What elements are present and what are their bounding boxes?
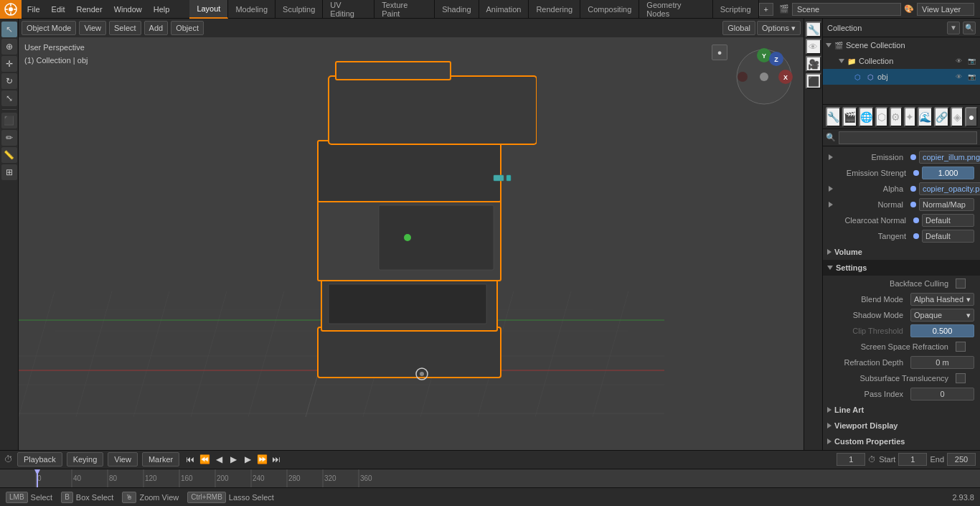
prop-physics-button[interactable]: 🌊	[918, 107, 933, 127]
keying-menu[interactable]: Keying	[67, 452, 104, 467]
prev-keyframe-button[interactable]: ◀	[212, 453, 225, 466]
settings-section-header[interactable]: Settings	[823, 260, 980, 276]
menu-window[interactable]: Window	[108, 0, 148, 18]
emission-strength-value[interactable]: 1.000	[922, 167, 974, 179]
outliner-row-scene-collection[interactable]: 🎬 Scene Collection	[823, 37, 980, 53]
sidebar-camera[interactable]: 🎥	[806, 56, 821, 72]
tab-geometry-nodes[interactable]: Geometry Nodes	[639, 0, 712, 19]
next-frame-button[interactable]: ⏩	[255, 453, 268, 466]
outliner-filter-button[interactable]: ▼	[947, 22, 960, 34]
tangent-value[interactable]: Default	[922, 230, 974, 243]
viewport-transform-selector[interactable]: Global	[722, 21, 755, 35]
prev-frame-button[interactable]: ⏪	[198, 453, 211, 466]
tab-modeling[interactable]: Modeling	[228, 0, 275, 19]
play-button[interactable]: ▶	[227, 453, 240, 466]
tab-rendering[interactable]: Rendering	[529, 0, 580, 19]
view-menu[interactable]: View	[108, 452, 138, 467]
prop-world-button[interactable]: 🌐	[859, 107, 874, 127]
navigation-gizmo[interactable]: X Y Z	[732, 44, 796, 109]
sidebar-active-tool[interactable]: 🔧	[806, 22, 821, 37]
annotate-tool-button[interactable]: ✏	[1, 130, 17, 146]
cursor-tool-button[interactable]: ⊕	[1, 39, 17, 55]
playback-menu[interactable]: Playback	[17, 452, 62, 467]
tab-compositing[interactable]: Compositing	[580, 0, 639, 19]
tab-uv-editing[interactable]: UV Editing	[323, 0, 374, 19]
rotate-tool-button[interactable]: ↻	[1, 73, 17, 89]
scale-tool-button[interactable]: ⤡	[1, 90, 17, 106]
alpha-expand-icon[interactable]	[829, 186, 833, 192]
normal-expand-icon[interactable]	[829, 202, 833, 207]
refraction-depth-value[interactable]: 0 m	[910, 356, 974, 369]
tangent-row: Tangent Default	[823, 228, 980, 244]
prop-object-button[interactable]: ⬡	[875, 107, 888, 127]
emission-expand-icon[interactable]	[829, 154, 833, 160]
sidebar-unknown[interactable]: ⬛	[806, 73, 821, 89]
normal-value[interactable]: Normal/Map	[919, 198, 974, 211]
prop-modifiers-button[interactable]: ⚙	[890, 107, 903, 127]
outliner-search-button[interactable]: 🔍	[963, 22, 976, 34]
add-object-button[interactable]: ⊞	[1, 164, 17, 180]
menu-file[interactable]: File	[22, 0, 46, 18]
marker-menu[interactable]: Marker	[142, 452, 179, 467]
alpha-value[interactable]: copier_opacity.png	[919, 182, 980, 195]
properties-search-input[interactable]	[839, 131, 977, 144]
tab-scripting[interactable]: Scripting	[713, 0, 759, 19]
view-layer-input[interactable]	[917, 3, 974, 16]
select-tool-button[interactable]: ↖	[1, 22, 17, 37]
prop-active-tool-button[interactable]: 🔧	[826, 107, 841, 127]
end-frame-input[interactable]	[947, 453, 976, 466]
viewport-add-menu[interactable]: Add	[144, 21, 169, 35]
obj-restrict-viewport-icon[interactable]: 👁	[953, 71, 964, 83]
tab-sculpting[interactable]: Sculpting	[275, 0, 323, 19]
viewport-options[interactable]: Options ▾	[757, 21, 801, 35]
clearcoat-normal-value[interactable]: Default	[922, 214, 974, 227]
subsurface-translucency-checkbox[interactable]	[956, 373, 966, 383]
volume-section-header[interactable]: Volume	[823, 244, 980, 260]
rendered-mode-button[interactable]: ●	[712, 44, 727, 60]
start-frame-input[interactable]	[898, 453, 927, 466]
tab-animation[interactable]: Animation	[479, 0, 529, 19]
prop-scene-button[interactable]: 🎬	[842, 107, 857, 127]
menu-edit[interactable]: Edit	[46, 0, 71, 18]
viewport-select-menu[interactable]: Select	[109, 21, 141, 35]
next-keyframe-button[interactable]: ▶	[241, 453, 254, 466]
viewport-view-menu[interactable]: View	[79, 21, 106, 35]
screen-space-refraction-checkbox[interactable]	[956, 342, 966, 352]
obj-restrict-render-icon[interactable]: 📷	[966, 71, 977, 83]
menu-help[interactable]: Help	[148, 0, 176, 18]
menu-render[interactable]: Render	[71, 0, 108, 18]
outliner-row-obj[interactable]: ⬡ ⬡ obj 👁 📷	[823, 69, 980, 85]
viewport-display-section-header[interactable]: Viewport Display	[823, 418, 980, 434]
measure-tool-button[interactable]: 📏	[1, 147, 17, 163]
prop-data-button[interactable]: ◈	[951, 107, 963, 127]
custom-properties-section-header[interactable]: Custom Properties	[823, 434, 980, 449]
sidebar-view[interactable]: 👁	[806, 39, 821, 55]
tab-texture-paint[interactable]: Texture Paint	[374, 0, 435, 19]
transform-tool-button[interactable]: ⬛	[1, 113, 17, 128]
prop-constraints-button[interactable]: 🔗	[934, 107, 949, 127]
3d-viewport[interactable]: Object Mode View Select Add Object Globa…	[19, 19, 804, 450]
prop-particles-button[interactable]: ✦	[904, 107, 917, 127]
pass-index-value[interactable]: 0	[910, 388, 974, 400]
clip-threshold-value[interactable]: 0.500	[910, 324, 974, 337]
backface-culling-checkbox[interactable]	[956, 278, 966, 289]
timeline-track[interactable]: 0 40 80 120 160 200 240 280 320 360	[0, 469, 980, 487]
tab-layout[interactable]: Layout	[189, 0, 228, 19]
jump-end-button[interactable]: ⏭	[270, 453, 283, 466]
prop-material-button[interactable]: ●	[965, 107, 978, 127]
emission-value[interactable]: copier_illum.png	[919, 151, 980, 164]
viewport-object-menu[interactable]: Object	[171, 21, 204, 35]
collection-restrict-viewport-icon[interactable]: 👁	[953, 55, 964, 67]
move-tool-button[interactable]: ✛	[1, 56, 17, 72]
collection-restrict-render-icon[interactable]: 📷	[966, 55, 977, 67]
blend-mode-dropdown[interactable]: Alpha Hashed ▾	[910, 293, 974, 306]
outliner-row-collection[interactable]: 📁 Collection 👁 📷	[823, 53, 980, 69]
mode-selector[interactable]: Object Mode	[22, 21, 76, 35]
tab-shading[interactable]: Shading	[435, 0, 479, 19]
shadow-mode-dropdown[interactable]: Opaque ▾	[910, 309, 974, 322]
current-frame-input[interactable]	[837, 453, 865, 466]
scene-input[interactable]	[792, 3, 901, 16]
add-workspace-button[interactable]: +	[759, 3, 773, 16]
jump-start-button[interactable]: ⏮	[184, 453, 197, 466]
line-art-section-header[interactable]: Line Art	[823, 402, 980, 418]
